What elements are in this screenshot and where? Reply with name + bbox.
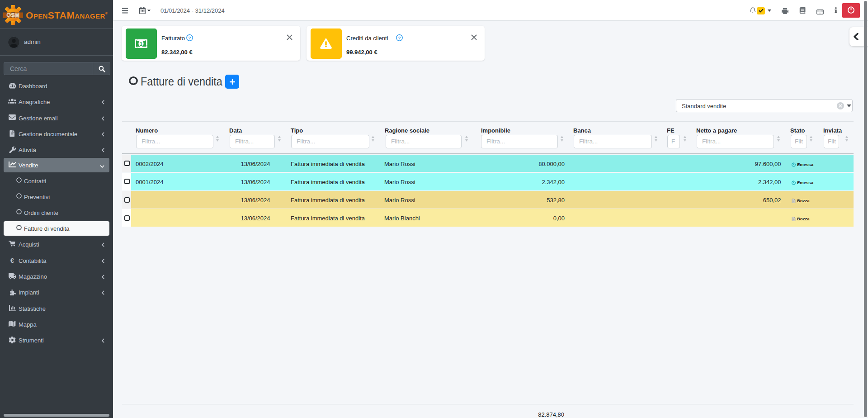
- svg-text:?: ?: [398, 35, 401, 40]
- svg-text:?: ?: [189, 35, 191, 40]
- svg-text:OSM: OSM: [7, 12, 20, 19]
- svg-text:1: 1: [140, 41, 142, 47]
